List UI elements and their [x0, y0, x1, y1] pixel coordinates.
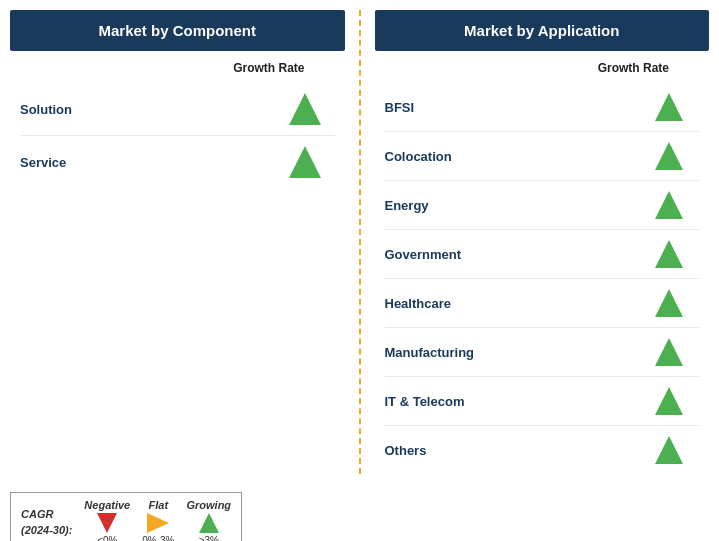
colocation-arrow: [639, 142, 699, 170]
arrow-up-icon: [655, 93, 683, 121]
list-item: Colocation: [385, 132, 700, 181]
arrow-up-green-icon: [199, 513, 219, 533]
energy-arrow: [639, 191, 699, 219]
list-item: IT & Telecom: [385, 377, 700, 426]
legend-negative: Negative <0%: [84, 499, 130, 541]
growing-label: Growing: [186, 499, 231, 511]
healthcare-arrow: [639, 289, 699, 317]
others-arrow: [639, 436, 699, 464]
list-item: Others: [385, 426, 700, 474]
it-telecom-label: IT & Telecom: [385, 394, 640, 409]
main-container: Market by Component Growth Rate Solution…: [0, 0, 719, 484]
bfsi-arrow: [639, 93, 699, 121]
arrow-up-icon: [655, 240, 683, 268]
footer: CAGR(2024-30): Negative <0% Flat 0%-3% G…: [0, 484, 719, 541]
list-item: BFSI: [385, 83, 700, 132]
arrow-up-icon: [655, 289, 683, 317]
arrow-up-icon: [289, 146, 321, 178]
arrow-right-icon: [147, 513, 169, 533]
dashed-divider: [359, 10, 361, 474]
government-label: Government: [385, 247, 640, 262]
list-item: Energy: [385, 181, 700, 230]
list-item: Healthcare: [385, 279, 700, 328]
left-panel-header: Market by Component: [10, 10, 345, 51]
list-item: Service: [20, 136, 335, 188]
right-panel-header: Market by Application: [375, 10, 710, 51]
manufacturing-label: Manufacturing: [385, 345, 640, 360]
government-arrow: [639, 240, 699, 268]
flat-label: Flat: [149, 499, 169, 511]
arrow-up-icon: [655, 436, 683, 464]
bfsi-label: BFSI: [385, 100, 640, 115]
solution-arrow: [275, 93, 335, 125]
growing-sublabel: >3%: [199, 535, 219, 541]
left-panel-content: Growth Rate Solution Service: [10, 51, 345, 474]
list-item: Solution: [20, 83, 335, 136]
energy-label: Energy: [385, 198, 640, 213]
flat-sublabel: 0%-3%: [142, 535, 174, 541]
legend-growing: Growing >3%: [186, 499, 231, 541]
right-panel: Market by Application Growth Rate BFSI C…: [375, 10, 710, 474]
arrow-up-icon: [655, 338, 683, 366]
list-item: Government: [385, 230, 700, 279]
solution-label: Solution: [20, 102, 275, 117]
legend-flat: Flat 0%-3%: [142, 499, 174, 541]
healthcare-label: Healthcare: [385, 296, 640, 311]
legend-box: CAGR(2024-30): Negative <0% Flat 0%-3% G…: [10, 492, 242, 541]
service-label: Service: [20, 155, 275, 170]
list-item: Manufacturing: [385, 328, 700, 377]
arrow-down-icon: [97, 513, 117, 533]
it-telecom-arrow: [639, 387, 699, 415]
left-growth-rate-label: Growth Rate: [20, 61, 335, 75]
right-panel-content: Growth Rate BFSI Colocation Energy: [375, 51, 710, 474]
arrow-up-icon: [289, 93, 321, 125]
arrow-up-icon: [655, 142, 683, 170]
manufacturing-arrow: [639, 338, 699, 366]
negative-sublabel: <0%: [97, 535, 117, 541]
service-arrow: [275, 146, 335, 178]
negative-label: Negative: [84, 499, 130, 511]
arrow-up-icon: [655, 191, 683, 219]
right-growth-rate-label: Growth Rate: [385, 61, 700, 75]
cagr-label: CAGR(2024-30):: [21, 507, 72, 538]
divider: [345, 10, 375, 474]
left-panel: Market by Component Growth Rate Solution…: [10, 10, 345, 474]
colocation-label: Colocation: [385, 149, 640, 164]
arrow-up-icon: [655, 387, 683, 415]
others-label: Others: [385, 443, 640, 458]
